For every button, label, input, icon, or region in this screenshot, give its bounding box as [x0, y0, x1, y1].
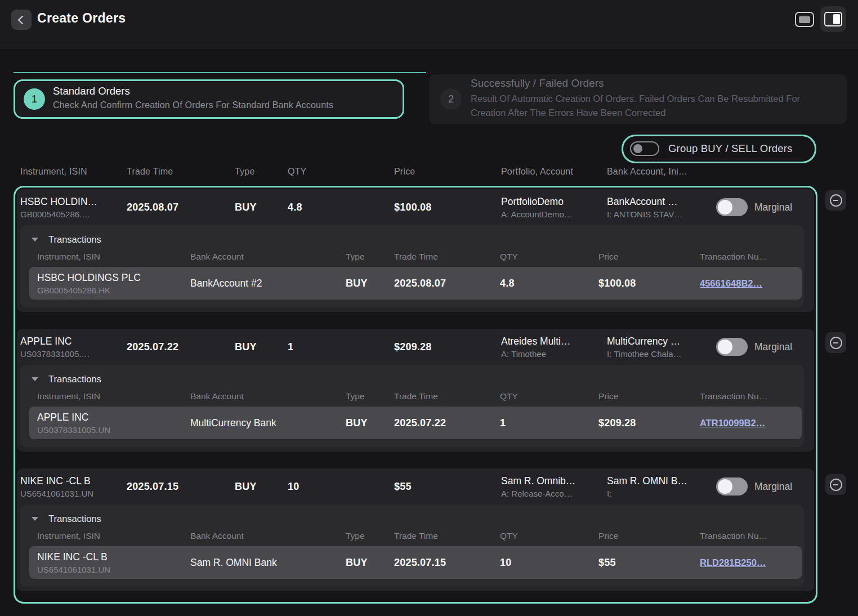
transaction-trade-time: 2025.08.07	[394, 278, 500, 289]
order-card: NIKE INC -CL B US6541061031.UN 2025.07.1…	[17, 468, 814, 591]
transactions-table-header: Instrument, ISIN Bank Account Type Trade…	[20, 248, 804, 266]
chevron-down-icon	[32, 238, 38, 242]
header-price: Price	[394, 167, 501, 177]
transaction-price: $55	[598, 557, 700, 569]
transactions-expander[interactable]: Transactions	[20, 510, 804, 527]
transaction-trade-time: 2025.07.15	[394, 557, 500, 569]
step2-badge: 2	[440, 88, 462, 110]
toggle-knob	[718, 340, 732, 354]
minus-circle-icon	[830, 194, 842, 207]
order-qty: 1	[288, 341, 394, 353]
split-view-half	[833, 14, 840, 24]
chevron-left-icon	[18, 15, 27, 24]
marginal-label: Marginal	[754, 481, 792, 493]
transactions-expander[interactable]: Transactions	[20, 231, 804, 248]
toggle-knob	[718, 200, 732, 215]
transactions-label: Transactions	[48, 374, 101, 385]
transaction-row: HSBC HOLDINGS PLC GB0005405286.HK BankAc…	[29, 267, 802, 300]
order-row: NIKE INC -CL B US6541061031.UN 2025.07.1…	[17, 468, 814, 505]
order-trade-time: 2025.07.15	[127, 481, 235, 493]
transaction-bank-account: MultiCurrency Bank	[190, 417, 346, 429]
step2-subtitle: Result Of Automatic Creation Of Orders. …	[471, 92, 820, 120]
orders-table-header: Instrument, ISIN Trade Time Type QTY Pri…	[20, 167, 808, 177]
order-instrument: NIKE INC -CL B US6541061031.UN	[20, 475, 127, 498]
transactions-expander[interactable]: Transactions	[20, 371, 804, 387]
transaction-trade-time: 2025.07.22	[394, 417, 500, 429]
transaction-instrument: HSBC HOLDINGS PLC GB0005405286.HK	[37, 272, 190, 295]
transaction-number-link[interactable]: RLD281B250…	[700, 557, 766, 568]
group-buy-sell-toggle[interactable]	[630, 141, 659, 156]
chevron-down-icon	[32, 377, 38, 381]
order-card: APPLE INC US0378331005.… 2025.07.22 BUY …	[17, 329, 814, 452]
step2-title: Successfully / Failed Orders	[471, 77, 604, 90]
order-qty: 4.8	[288, 202, 394, 213]
order-type: BUY	[235, 202, 288, 213]
order-portfolio: Sam R. Omnib… A: Release-Acco…	[501, 475, 607, 498]
transaction-bank-account: BankAccount #2	[190, 278, 346, 289]
transactions-table-header: Instrument, ISIN Bank Account Type Trade…	[20, 387, 804, 405]
marginal-label: Marginal	[754, 202, 792, 213]
order-bank-account: MultiCurrency … I: Timothee Chala…	[607, 336, 711, 359]
minus-circle-icon	[830, 337, 842, 349]
remove-order-button[interactable]	[825, 190, 846, 211]
marginal-toggle[interactable]	[716, 477, 748, 496]
back-button[interactable]	[11, 10, 32, 30]
group-buy-sell-row: Group BUY / SELL Orders	[630, 141, 793, 156]
page-title: Create Orders	[37, 11, 126, 26]
order-type: BUY	[235, 341, 288, 353]
transaction-qty: 4.8	[500, 278, 598, 289]
order-portfolio: PortfolioDemo A: AccountDemo…	[501, 196, 607, 219]
transactions-section: Transactions Instrument, ISIN Bank Accou…	[20, 505, 804, 587]
transaction-price: $100.08	[598, 278, 700, 289]
transaction-type: BUY	[346, 557, 394, 569]
transaction-instrument: NIKE INC -CL B US6541061031.UN	[37, 551, 190, 574]
transaction-type: BUY	[346, 417, 394, 429]
toggle-knob	[633, 144, 642, 153]
split-view-icon	[824, 12, 842, 26]
order-row: HSBC HOLDIN… GB0005405286.… 2025.08.07 B…	[17, 189, 814, 225]
window-panel-icon[interactable]	[795, 12, 814, 27]
marginal-cell: Marginal	[711, 477, 814, 496]
transaction-type: BUY	[346, 278, 394, 289]
toggle-knob	[718, 479, 732, 494]
step-success-failed-orders: 2 Successfully / Failed Orders Result Of…	[429, 74, 847, 124]
header-portfolio: Portfolio, Account	[501, 167, 607, 177]
order-instrument: HSBC HOLDIN… GB0005405286.…	[20, 196, 127, 219]
transaction-qty: 1	[500, 417, 598, 429]
order-bank-account: Sam R. OMNI B… I:	[607, 475, 711, 498]
step1-title: Standard Orders	[53, 85, 130, 97]
order-card: HSBC HOLDIN… GB0005405286.… 2025.08.07 B…	[17, 189, 814, 312]
transaction-number-link[interactable]: 45661648B2…	[700, 278, 762, 288]
marginal-toggle[interactable]	[716, 198, 748, 216]
transaction-row: NIKE INC -CL B US6541061031.UN Sam R. OM…	[29, 546, 802, 579]
header-type: Type	[235, 167, 288, 177]
transaction-qty: 10	[500, 557, 598, 569]
order-instrument: APPLE INC US0378331005.…	[20, 336, 127, 359]
step1-subtitle: Check And Confirm Creation Of Orders For…	[53, 100, 333, 110]
top-bar: Create Orders	[0, 0, 858, 50]
transaction-instrument: APPLE INC US0378331005.UN	[37, 412, 190, 435]
transactions-label: Transactions	[48, 514, 101, 524]
remove-order-button[interactable]	[825, 332, 846, 353]
transactions-table-header: Instrument, ISIN Bank Account Type Trade…	[20, 527, 804, 545]
transaction-price: $209.28	[598, 417, 700, 429]
order-portfolio: Atreides Multi… A: Timothee	[501, 336, 607, 359]
orders-list: HSBC HOLDIN… GB0005405286.… 2025.08.07 B…	[17, 189, 814, 591]
minus-circle-icon	[830, 479, 842, 491]
order-price: $209.28	[394, 341, 501, 353]
step-standard-orders[interactable]: 1 Standard Orders Check And Confirm Crea…	[16, 82, 402, 117]
panel-fill	[799, 16, 810, 23]
split-view-button[interactable]	[820, 6, 846, 32]
order-bank-account: BankAccount … I: ANTONIS STAV…	[607, 196, 711, 219]
marginal-toggle[interactable]	[716, 338, 748, 356]
active-step-indicator	[14, 72, 426, 73]
order-row: APPLE INC US0378331005.… 2025.07.22 BUY …	[17, 329, 814, 365]
group-buy-sell-label: Group BUY / SELL Orders	[668, 142, 793, 155]
transaction-number-link[interactable]: ATR10099B2…	[700, 418, 765, 428]
header-bank-account: Bank Account, Ini…	[607, 167, 711, 177]
order-qty: 10	[288, 481, 394, 493]
order-price: $100.08	[394, 202, 501, 213]
marginal-cell: Marginal	[711, 338, 814, 356]
header-trade-time: Trade Time	[127, 167, 235, 177]
remove-order-button[interactable]	[825, 474, 846, 495]
